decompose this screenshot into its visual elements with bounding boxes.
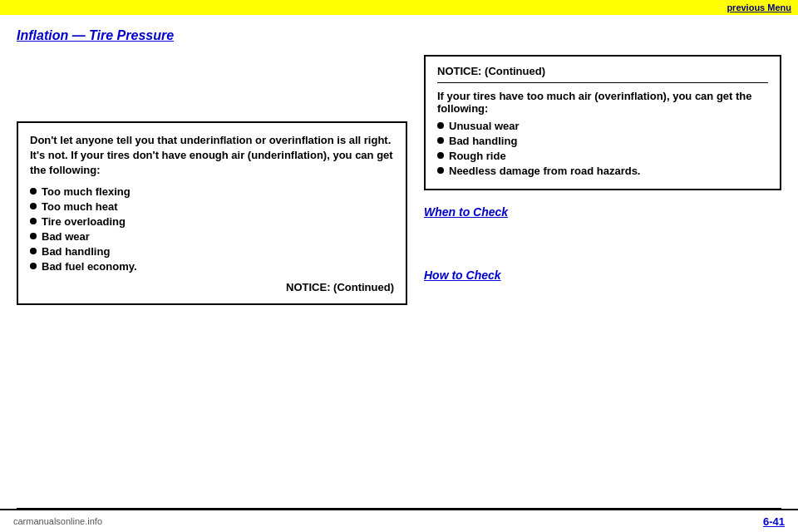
two-column-layout: Don't let anyone tell you that underinfl… — [17, 55, 781, 305]
list-item: Tire overloading — [30, 215, 394, 228]
list-item-label: Tire overloading — [42, 215, 126, 228]
list-item: Bad wear — [30, 230, 394, 243]
list-item-label: Unusual wear — [449, 120, 520, 132]
left-column: Don't let anyone tell you that underinfl… — [17, 55, 407, 305]
bullet-icon — [30, 203, 37, 209]
list-item: Bad handling — [437, 135, 768, 147]
overinflation-notice-box: NOTICE: (Continued) If your tires have t… — [424, 55, 781, 190]
notice-body: If your tires have too much air (overinf… — [437, 90, 768, 177]
when-to-check-heading: When to Check — [424, 205, 781, 219]
bullet-icon — [437, 122, 444, 129]
list-item-label: Needless damage from road hazards. — [449, 165, 640, 177]
bullet-icon — [30, 263, 37, 269]
bullet-icon — [437, 167, 444, 174]
list-item: Too much flexing — [30, 185, 394, 198]
main-content: Inflation — Tire Pressure Don't let anyo… — [0, 15, 798, 532]
list-item-label: Bad handling — [449, 135, 517, 147]
list-item-label: Too much heat — [42, 200, 117, 213]
list-item: Needless damage from road hazards. — [437, 165, 768, 177]
top-bar: previous Menu — [0, 0, 798, 15]
menu-link[interactable]: previous Menu — [727, 2, 791, 12]
right-column: NOTICE: (Continued) If your tires have t… — [424, 55, 781, 287]
underinflation-bullet-list: Too much flexing Too much heat Tire over… — [30, 185, 394, 273]
how-to-check-heading: How to Check — [424, 268, 781, 282]
list-item: Bad handling — [30, 245, 394, 258]
bottom-bar: carmanualsonline.info 6-41 — [0, 509, 798, 532]
bullet-icon — [437, 152, 444, 159]
list-item: Too much heat — [30, 200, 394, 213]
list-item-label: Bad wear — [42, 230, 90, 243]
bullet-icon — [30, 218, 37, 224]
page-title: Inflation — Tire Pressure — [17, 28, 781, 43]
bullet-icon — [30, 233, 37, 239]
overinflation-intro: If your tires have too much air (overinf… — [437, 90, 768, 115]
list-item-label: Too much flexing — [42, 185, 131, 198]
list-item: Rough ride — [437, 150, 768, 162]
bullet-icon — [30, 188, 37, 195]
bullet-icon — [437, 137, 444, 144]
page-number: 6-41 — [763, 515, 785, 528]
list-item-label: Rough ride — [449, 150, 506, 162]
underinflation-intro: Don't let anyone tell you that underinfl… — [30, 133, 394, 179]
list-item: Bad fuel economy. — [30, 260, 394, 273]
list-item-label: Bad handling — [42, 245, 110, 258]
underinflation-notice-box: Don't let anyone tell you that underinfl… — [17, 121, 407, 305]
list-item: Unusual wear — [437, 120, 768, 132]
continued-label: NOTICE: (Continued) — [30, 281, 394, 293]
list-item-label: Bad fuel economy. — [42, 260, 137, 273]
bullet-icon — [30, 248, 37, 254]
overinflation-bullet-list: Unusual wear Bad handling Rough ride — [437, 120, 768, 177]
notice-continued-title: NOTICE: (Continued) — [437, 65, 768, 83]
site-logo: carmanualsonline.info — [13, 516, 102, 526]
